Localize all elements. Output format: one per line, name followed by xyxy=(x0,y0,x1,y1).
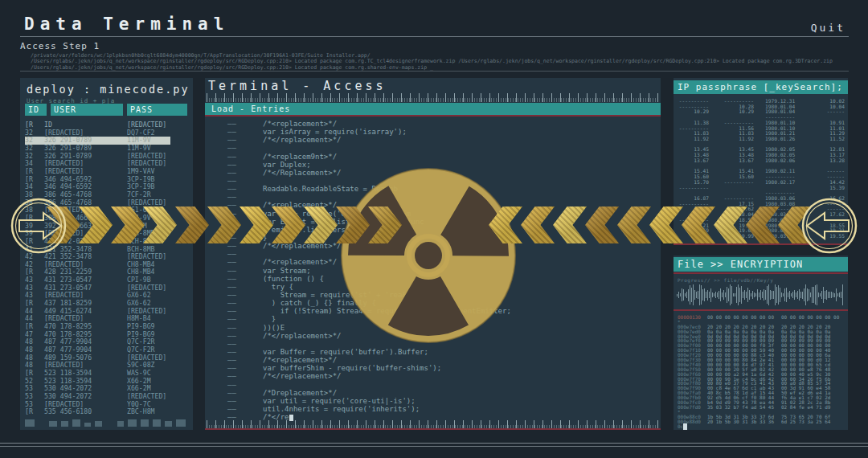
code-line: —— xyxy=(227,381,653,389)
encryption-panel-title: File >> ENCRYIPTION xyxy=(674,257,848,272)
page-title: Data Terminal xyxy=(24,14,229,34)
encryption-red-divider xyxy=(674,272,848,274)
code-line: ——/*<replacement>*/ xyxy=(227,120,653,128)
table-row[interactable]: [R535 456-6180ZBC-H8M xyxy=(25,408,188,416)
progress-label: Progress// >> file/vdb//Key/y xyxy=(678,277,773,283)
waveform-graphic xyxy=(677,284,845,306)
tick-ruler-top xyxy=(207,93,659,102)
red-divider xyxy=(205,115,661,117)
quit-button[interactable]: Quit xyxy=(811,22,845,34)
hex-row: 0c xyxy=(678,423,845,428)
ip-row: ----------15.39 xyxy=(677,186,845,191)
column-header-id: ID xyxy=(25,104,47,116)
code-line: ——var Buffer = require('buffer').Buffer; xyxy=(227,348,653,356)
code-line: ——var util = require('core-uti|-is'); xyxy=(227,397,653,405)
code-line: ——var isArray = require('isarray'); xyxy=(227,128,653,136)
radiation-icon xyxy=(338,166,518,346)
pagination-blocks xyxy=(25,419,190,427)
code-line: ——/*Dreplacement>*/ xyxy=(227,389,653,397)
code-line: ——var bufferShim - require('buffer-shims… xyxy=(227,364,653,372)
header-divider xyxy=(20,36,849,37)
code-line: —— xyxy=(227,144,653,152)
column-header-user: USER xyxy=(51,104,123,116)
ip-panel-title: IP passphrase [_keySearch]; xyxy=(674,80,848,94)
ip-row: 11.9211.921980.01.2611.52 xyxy=(677,137,845,142)
ip-row: 10.2910.291980.01.04------ xyxy=(677,109,845,115)
hex-cursor xyxy=(683,423,687,430)
system-log: /private/var/folders/wc/1plpkbsn0hb0cglt… xyxy=(31,53,833,71)
arrow-right-circle-icon[interactable] xyxy=(10,197,68,255)
terminal-panel-title: Terminal - Access xyxy=(208,79,387,93)
bottom-rule-2 xyxy=(0,446,868,447)
code-line: ——/*<replacem9nt>*/ xyxy=(227,153,653,161)
code-line: ——/*</replacement>*/ xyxy=(227,136,653,144)
data-terminal-screen: Data Terminal Quit Access Step 1 /privat… xyxy=(0,0,868,458)
column-header-pass: PASS xyxy=(127,104,187,116)
access-step-label: Access Step 1 xyxy=(20,41,100,51)
deploy-panel-title: deploy : minecode.py xyxy=(27,83,190,96)
waveform-red-divider xyxy=(674,309,848,311)
ip-row: 13.6713.671980.02.0613.28 xyxy=(677,158,845,164)
load-entries-bar[interactable]: Load - Entries xyxy=(205,103,661,115)
hex-dump: 0000013000 00 00 00 00 00 00 0000 00 00 … xyxy=(678,315,845,428)
encryption-panel: File >> ENCRYIPTION Progress// >> file/v… xyxy=(674,256,848,430)
bottom-rule-1 xyxy=(0,443,868,444)
credentials-table: [RID[REDACTED]32[REDACTED]DQ7-CF232326 2… xyxy=(25,121,188,416)
code-line: ——/*</replacement>*/ xyxy=(227,372,653,380)
arrow-left-circle-icon[interactable] xyxy=(800,197,858,255)
red-divider-bottom xyxy=(205,428,661,430)
log-divider xyxy=(20,71,849,72)
code-line: ——/*<replacement>*/ xyxy=(227,356,653,364)
code-line: ——util.4nherits = require('inherits'); xyxy=(227,405,653,413)
